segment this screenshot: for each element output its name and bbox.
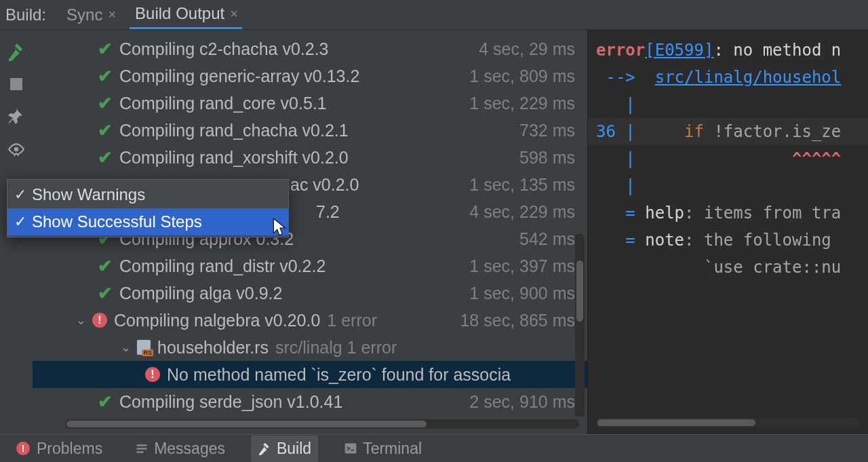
build-hammer-icon[interactable] [7, 42, 26, 61]
hammer-icon [258, 442, 271, 455]
ok-icon: ✔ [98, 120, 113, 141]
code-line: = note: the following [588, 227, 868, 254]
tree-row[interactable]: ✔Compiling rand_chacha v0.2.1732 ms [33, 117, 587, 144]
horizontal-scrollbar[interactable] [65, 419, 579, 429]
error-detail-panel[interactable]: error[E0599]: no method n --> src/linalg… [587, 30, 868, 434]
tree-row[interactable]: ⌄!Compiling nalgebra v0.20.01 error18 se… [33, 307, 587, 334]
tab-label: Build Output [135, 4, 224, 23]
tool-build[interactable]: Build [251, 436, 318, 462]
tab-sync[interactable]: Sync × [61, 1, 120, 28]
pin-icon[interactable] [7, 107, 26, 126]
code-line: --> src/linalg/househol [588, 64, 868, 91]
stop-icon[interactable] [7, 75, 26, 94]
tree-row[interactable]: ✔Compiling generic-array v0.13.21 sec, 8… [33, 62, 587, 90]
close-icon[interactable]: × [108, 7, 116, 22]
vertical-scrollbar[interactable] [575, 233, 585, 417]
messages-icon [135, 442, 149, 455]
eye-icon[interactable] [7, 140, 26, 159]
menu-show-successful-steps[interactable]: Show Successful Steps [7, 208, 288, 235]
svg-rect-1 [137, 444, 147, 446]
tree-row[interactable]: !No method named `is_zero` found for ass… [33, 361, 587, 388]
ok-icon: ✔ [98, 283, 113, 304]
build-tabs-bar: Build: Sync × Build Output × [0, 0, 868, 30]
tree-row[interactable]: ✔Compiling alga v0.9.21 sec, 900 ms [33, 280, 587, 307]
error-icon: ! [16, 442, 30, 455]
ok-icon: ✔ [98, 93, 113, 114]
tree-row[interactable]: ✔Compiling rand_core v0.5.11 sec, 229 ms [33, 90, 587, 117]
ok-icon: ✔ [98, 391, 113, 412]
error-icon: ! [92, 313, 107, 328]
code-line: 36 | if !factor.is_ze [588, 118, 868, 145]
tool-problems[interactable]: !Problems [9, 436, 109, 462]
ok-icon: ✔ [98, 256, 113, 277]
mouse-cursor [271, 217, 289, 237]
scrollbar-thumb[interactable] [597, 419, 755, 426]
tree-row[interactable]: ⌄householder.rssrc/linalg 1 error [33, 334, 587, 361]
code-line: error[E0599]: no method n [588, 37, 868, 64]
scrollbar-thumb[interactable] [576, 261, 583, 322]
tab-label: Sync [66, 5, 102, 24]
menu-show-warnings[interactable]: Show Warnings [7, 181, 288, 208]
code-line: | [588, 91, 868, 118]
svg-rect-4 [345, 444, 357, 454]
bottom-tool-bar: !Problems Messages Build Terminal [0, 434, 868, 462]
code-line: | ^^^^^ [588, 145, 868, 172]
rust-file-icon [137, 340, 151, 355]
tool-messages[interactable]: Messages [128, 436, 232, 462]
code-line: = help: items from tra [588, 199, 868, 227]
svg-point-0 [14, 147, 19, 152]
tree-row[interactable]: ✔Compiling serde_json v1.0.412 sec, 910 … [33, 388, 587, 415]
svg-rect-2 [137, 448, 147, 450]
tabs-title: Build: [5, 5, 46, 24]
terminal-icon [344, 442, 357, 455]
error-icon: ! [145, 367, 160, 382]
close-icon[interactable]: × [230, 6, 238, 22]
tree-row[interactable]: ✔Compiling c2-chacha v0.2.34 sec, 29 ms [33, 35, 587, 62]
horizontal-scrollbar[interactable] [596, 418, 860, 427]
code-line: `use crate::nu [588, 254, 868, 281]
tree-row[interactable]: ✔Compiling rand_xorshift v0.2.0598 ms [33, 144, 587, 171]
ok-icon: ✔ [98, 39, 113, 60]
tool-terminal[interactable]: Terminal [337, 436, 429, 462]
tab-build-output[interactable]: Build Output × [130, 0, 242, 29]
ok-icon: ✔ [98, 147, 113, 168]
ok-icon: ✔ [98, 66, 113, 87]
chevron-down-icon[interactable]: ⌄ [119, 340, 132, 355]
filter-popup-menu: Show Warnings Show Successful Steps [7, 179, 289, 237]
code-line: | [588, 172, 868, 199]
chevron-down-icon[interactable]: ⌄ [75, 313, 87, 328]
svg-rect-5 [351, 450, 354, 451]
tree-row[interactable]: ✔Compiling rand_distr v0.2.21 sec, 397 m… [33, 252, 587, 280]
scrollbar-thumb[interactable] [66, 421, 427, 427]
svg-rect-3 [137, 451, 144, 453]
